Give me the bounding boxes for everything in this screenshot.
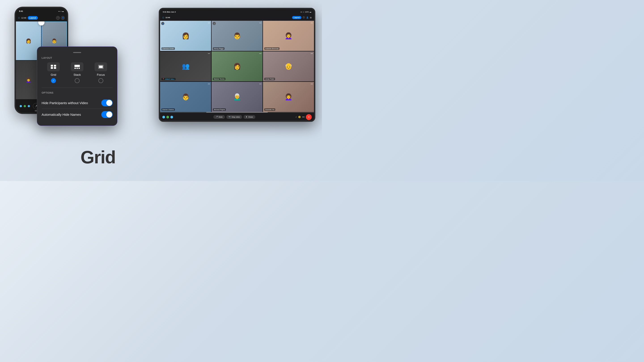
ipad-status-dots bbox=[162, 116, 173, 118]
ipad-avatar-ahmed: 👨‍🦳 bbox=[212, 82, 262, 112]
group-icon: 📍 bbox=[162, 78, 164, 80]
ipad-menu-clarissa[interactable]: ••• bbox=[208, 22, 210, 24]
ipad-toolbar-right: Layout ⓘ 👤 ⊞ bbox=[292, 16, 312, 19]
ipad-cell-marise: 👩 ••• Marise Torres bbox=[212, 51, 262, 81]
ipad-video-grid: 👩 👤 ••• Clarissa Smith 👨 🔊 ••• Henry Rig… bbox=[160, 21, 314, 112]
phone-status-time: 9:41 bbox=[19, 10, 23, 12]
ipad-info-icon[interactable]: ⓘ bbox=[303, 16, 305, 19]
grid-icon-box bbox=[47, 62, 60, 71]
auto-hide-names-row: Automatically Hide Names bbox=[42, 109, 113, 120]
ipad-name-greatwall: 📍 GREAT WALL bbox=[162, 78, 176, 80]
ipad-avatar-clarissa: 👩 bbox=[160, 21, 211, 51]
ipad-layout-button[interactable]: Layout bbox=[292, 16, 302, 19]
ipad-badge-henry: 🔊 bbox=[213, 22, 216, 25]
ipad-reactions-icon[interactable]: 🙂 bbox=[298, 116, 301, 118]
phone-dot-3 bbox=[28, 105, 30, 107]
svg-rect-7 bbox=[78, 68, 80, 69]
ipad-signal-icon: ▪▪▪ bbox=[300, 11, 302, 13]
ipad-menu-marise[interactable]: ••• bbox=[260, 52, 262, 55]
phone-info-icon[interactable]: ⓘ bbox=[56, 16, 60, 20]
ipad-cell-umar: 👴 ••• Umar Patel bbox=[263, 51, 314, 81]
ipad-webex-icon: ⬡ bbox=[162, 16, 164, 19]
ipad-cell-clarissa: 👩 👤 ••• Clarissa Smith bbox=[160, 21, 211, 51]
svg-rect-9 bbox=[99, 66, 103, 68]
ipad-menu-isabelle[interactable]: ••• bbox=[311, 22, 313, 24]
stop-video-icon: 📷 bbox=[228, 116, 231, 118]
ipad-avatar-umar: 👴 bbox=[263, 51, 314, 81]
ipad-menu-greatwall[interactable]: ••• bbox=[208, 52, 210, 55]
stop-video-label: Stop video bbox=[232, 116, 240, 118]
phone-participants-icon[interactable]: 👤 bbox=[61, 16, 64, 20]
phone-toolbar-left: ⬡ 12:40 Layout bbox=[18, 16, 38, 20]
hide-participants-row: Hide Participants without Video bbox=[42, 97, 113, 109]
ipad-name-danielle: Danielle Ho bbox=[264, 108, 275, 111]
grid-radio[interactable] bbox=[51, 78, 56, 83]
ipad-more-icon[interactable]: ••• bbox=[302, 116, 304, 118]
stack-icon bbox=[74, 65, 80, 69]
popup-handle bbox=[73, 52, 81, 53]
stack-radio[interactable] bbox=[75, 78, 80, 83]
ipad-avatar-darren: 👨 bbox=[160, 82, 211, 112]
phone-webex-icon: ⬡ bbox=[18, 17, 20, 19]
ipad-battery-icon: ▬ bbox=[310, 11, 311, 13]
ipad-dot-3 bbox=[170, 116, 173, 118]
ipad-cell-danielle: 👩‍🦱 ••• Danielle Ho bbox=[263, 82, 314, 112]
ipad-status-left: 9:41 Mon Jun 3 bbox=[163, 11, 176, 13]
ipad-call-time: 12:40 bbox=[166, 16, 170, 18]
ipad-name-clarissa: Clarissa Smith bbox=[162, 47, 175, 50]
ipad-bluetooth-icon[interactable]: ⑁ bbox=[296, 116, 297, 118]
focus-radio[interactable] bbox=[98, 78, 103, 83]
ipad-status-time: 9:41 Mon Jun 3 bbox=[163, 11, 176, 13]
svg-rect-6 bbox=[76, 68, 78, 69]
phone-toolbar-right: ⓘ 👤 bbox=[56, 16, 64, 20]
svg-rect-1 bbox=[54, 65, 56, 67]
ipad-cell-darren: 👨 ••• Darren Owens bbox=[160, 82, 211, 112]
ipad-name-ahmed: Ahmed Payne bbox=[213, 108, 226, 111]
ipad-menu-umar[interactable]: ••• bbox=[311, 52, 313, 55]
ipad-name-henry: Henry Riggs bbox=[213, 47, 224, 50]
options-section-title: OPTIONS bbox=[42, 91, 113, 94]
phone-status-icons: ▪▪▪ ⌾ ▬ bbox=[58, 10, 64, 12]
ipad-menu-ahmed[interactable]: ••• bbox=[260, 83, 262, 85]
ipad-participants-icon[interactable]: 👤 bbox=[306, 16, 308, 19]
svg-rect-4 bbox=[74, 65, 80, 67]
ipad-name-umar: Umar Patel bbox=[264, 78, 275, 80]
layout-popup: LAYOUT Grid bbox=[37, 46, 118, 126]
layout-option-stack[interactable]: Stack bbox=[71, 62, 84, 83]
svg-rect-2 bbox=[51, 67, 53, 69]
ipad-grid-icon[interactable]: ⊞ bbox=[310, 16, 312, 19]
auto-hide-names-toggle[interactable] bbox=[101, 111, 113, 118]
ipad-mute-button[interactable]: 🎤 Mute bbox=[213, 115, 225, 119]
svg-rect-0 bbox=[51, 65, 53, 67]
ipad-stop-video-button[interactable]: 📷 Stop video bbox=[226, 115, 242, 119]
ipad-menu-danielle[interactable]: ••• bbox=[311, 83, 313, 85]
svg-rect-5 bbox=[74, 68, 76, 69]
ipad-end-call-button[interactable]: ✕ bbox=[306, 114, 312, 120]
ipad-avatar-danielle: 👩‍🦱 bbox=[263, 82, 314, 112]
focus-icon bbox=[98, 65, 104, 69]
ipad-progress-bar bbox=[160, 112, 314, 113]
ipad-battery-text: 100% bbox=[305, 11, 309, 13]
ipad-avatar-greatwall: 👥 bbox=[160, 51, 211, 81]
ipad-menu-darren[interactable]: ••• bbox=[208, 83, 210, 85]
ipad-dot-2 bbox=[166, 116, 169, 118]
ipad-share-button[interactable]: ⬆ Share bbox=[244, 115, 255, 119]
layout-option-grid[interactable]: Grid bbox=[47, 62, 60, 83]
ipad-action-buttons: 🎤 Mute 📷 Stop video ⬆ Share bbox=[213, 115, 255, 119]
stack-icon-box bbox=[71, 62, 84, 71]
ipad-menu-henry[interactable]: ••• bbox=[260, 22, 262, 24]
ipad-avatar-marise: 👩 bbox=[212, 51, 262, 81]
mute-icon: 🎤 bbox=[216, 116, 218, 118]
hide-participants-toggle[interactable] bbox=[101, 99, 113, 106]
phone-dot-1 bbox=[20, 105, 22, 107]
focus-icon-box bbox=[94, 62, 107, 71]
layout-options-group: Grid Stack Focus bbox=[42, 62, 113, 83]
share-label: Share bbox=[248, 116, 253, 118]
phone-layout-button[interactable]: Layout bbox=[28, 16, 38, 20]
ipad-toolbar: ⬡ 12:40 Layout ⓘ 👤 ⊞ bbox=[160, 14, 314, 21]
layout-option-focus[interactable]: Focus bbox=[94, 62, 107, 83]
signal-icon: ▪▪▪ bbox=[58, 10, 60, 12]
ipad-cell-ahmed: 👨‍🦳 ••• Ahmed Payne bbox=[212, 82, 262, 112]
ipad-bottom-bar: 🎤 Mute 📷 Stop video ⬆ Share ⑁ 🙂 ••• ✕ bbox=[160, 113, 314, 121]
ipad-secondary-actions: ⑁ 🙂 ••• ✕ bbox=[296, 114, 312, 120]
